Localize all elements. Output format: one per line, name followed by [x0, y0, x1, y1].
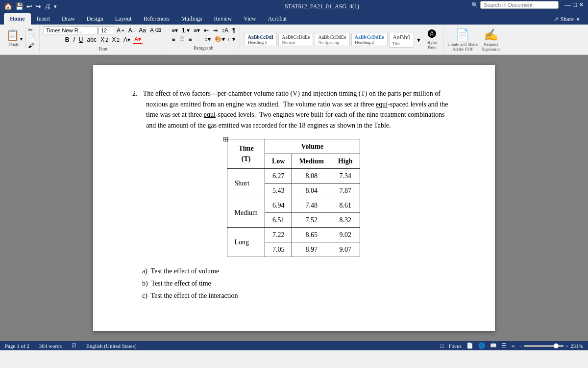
- view-print-icon[interactable]: 📄: [466, 342, 473, 349]
- table-container: ⊞ Time(T) Volume Low Medium High Short: [132, 139, 456, 257]
- close-icon[interactable]: ✕: [579, 1, 584, 9]
- sort-btn[interactable]: ↕A: [220, 26, 230, 34]
- search-input[interactable]: [480, 1, 559, 9]
- tab-mailings[interactable]: Mailings: [175, 13, 208, 25]
- align-left-btn[interactable]: ≡: [171, 35, 177, 43]
- change-case-btn[interactable]: Aа: [137, 26, 147, 34]
- cell-short-med-1: 8.08: [292, 168, 331, 183]
- clear-format-btn[interactable]: A⌫: [148, 26, 163, 34]
- home-icon[interactable]: 🏠: [4, 2, 12, 11]
- paste-dropdown[interactable]: ▾: [20, 36, 23, 42]
- redo-icon[interactable]: ↪: [35, 2, 41, 11]
- underline-btn[interactable]: U: [77, 36, 85, 44]
- status-right: □ Focus 📄 🌐 📖 ☰ ≡ − + 231%: [441, 342, 583, 349]
- numbering-btn[interactable]: 1.▾: [180, 26, 191, 34]
- tab-references[interactable]: References: [138, 13, 175, 25]
- language[interactable]: English (United States): [86, 343, 137, 349]
- paragraph-section: ≡▾ 1.▾ ≡▾ ⇤ ⇥ ↕A ¶ ≡ ☰ ≡ ≣ ↕▾ 🎨▾ □▾ Para…: [167, 26, 241, 53]
- word-count: 304 words: [39, 343, 62, 349]
- para-row1: ≡▾ 1.▾ ≡▾ ⇤ ⇥ ↕A ¶: [170, 26, 237, 34]
- style-title[interactable]: AaBb0 Title: [389, 32, 414, 48]
- tab-home[interactable]: Home: [4, 13, 31, 25]
- copy-icon[interactable]: 📄: [28, 34, 35, 42]
- show-marks-btn[interactable]: ¶: [231, 26, 237, 34]
- decrease-indent-btn[interactable]: ⇤: [202, 26, 210, 34]
- save-icon[interactable]: 💾: [15, 2, 24, 11]
- justify-btn[interactable]: ≣: [195, 35, 202, 43]
- strikethrough-btn[interactable]: abc: [86, 36, 98, 44]
- scissors-icon[interactable]: ✂: [28, 26, 35, 34]
- data-table: Time(T) Volume Low Medium High Short 6.2…: [227, 139, 360, 257]
- zoom-level[interactable]: 231%: [570, 343, 583, 349]
- document-area: 2. The effect of two factors---per-chamb…: [0, 55, 588, 341]
- ribbon-tabs: Home Insert Draw Design Layout Reference…: [0, 13, 588, 25]
- minimize-icon[interactable]: —: [564, 1, 571, 9]
- ribbon: 📋 ▾ Paste ✂ 📄 🖌 A+ A- Aа A⌫ B I: [0, 25, 588, 55]
- status-bar: Page 1 of 2 304 words ☑ English (United …: [0, 341, 588, 350]
- share-icon: ↗: [554, 16, 559, 23]
- align-center-btn[interactable]: ☰: [178, 35, 186, 43]
- tab-review[interactable]: Review: [208, 13, 238, 25]
- line-spacing-btn[interactable]: ↕▾: [203, 35, 212, 43]
- view-read-icon[interactable]: 📖: [490, 342, 497, 349]
- chevron-icon: ∧: [576, 16, 580, 23]
- styles-pane-icon: 🅐: [428, 29, 437, 40]
- borders-btn[interactable]: □▾: [227, 35, 237, 43]
- share-button[interactable]: ↗ Share ∧: [550, 14, 584, 25]
- cell-short-med-2: 8.04: [292, 183, 331, 198]
- style-normal[interactable]: AaBbCcDdEe Normal: [278, 33, 313, 46]
- view-outline-icon[interactable]: ☰: [502, 342, 507, 349]
- paragraph-section-label: Paragraph: [194, 45, 214, 51]
- bold-btn[interactable]: B: [64, 36, 71, 44]
- view-draft-icon[interactable]: ≡: [512, 343, 514, 349]
- create-share-btn[interactable]: 📄 Create and ShareAdobe PDF: [448, 28, 478, 52]
- styles-pane-button[interactable]: 🅐 StylesPane: [424, 28, 441, 51]
- document-page: 2. The effect of two factors---per-chamb…: [93, 65, 495, 331]
- outline-btn[interactable]: ≡▾: [192, 26, 201, 34]
- zoom-control: − + 231%: [519, 343, 583, 349]
- styles-more-btn[interactable]: ▾: [416, 35, 422, 44]
- tab-view[interactable]: View: [238, 13, 262, 25]
- view-web-icon[interactable]: 🌐: [478, 342, 485, 349]
- tab-insert[interactable]: Insert: [31, 13, 56, 25]
- zoom-in-btn[interactable]: +: [565, 343, 568, 349]
- cell-long-high-1: 9.02: [331, 227, 360, 242]
- bullets-btn[interactable]: ≡▾: [170, 26, 179, 34]
- style-heading2[interactable]: AaBbCcDdEe Heading 2: [351, 33, 388, 46]
- tab-layout[interactable]: Layout: [109, 13, 138, 25]
- request-signatures-label: RequestSignatures: [482, 42, 500, 52]
- paste-label[interactable]: Paste: [9, 42, 19, 47]
- undo-icon[interactable]: ↩: [26, 2, 32, 11]
- table-add-icon[interactable]: ⊞: [223, 134, 229, 144]
- maximize-icon[interactable]: □: [573, 1, 577, 9]
- font-shrink-btn[interactable]: A-: [127, 26, 136, 34]
- focus-icon[interactable]: □: [441, 343, 444, 349]
- font-grow-btn[interactable]: A+: [115, 26, 126, 34]
- text-highlight-btn[interactable]: A▾: [122, 36, 132, 44]
- font-color-btn[interactable]: A▾: [133, 35, 143, 44]
- zoom-slider[interactable]: [524, 345, 564, 347]
- cell-short-high-1: 7.34: [331, 168, 360, 183]
- request-signatures-btn[interactable]: ✍ RequestSignatures: [482, 28, 500, 52]
- style-no-spacing[interactable]: AaBbCcDdEe No Spacing: [315, 33, 349, 46]
- tab-design[interactable]: Design: [81, 13, 109, 25]
- print-icon[interactable]: 🖨: [44, 3, 51, 11]
- subscript-btn[interactable]: X2: [99, 36, 110, 44]
- increase-indent-btn[interactable]: ⇥: [211, 26, 219, 34]
- superscript-btn[interactable]: X2: [110, 36, 121, 44]
- font-name-input[interactable]: [44, 26, 98, 34]
- align-right-btn[interactable]: ≡: [187, 35, 194, 43]
- format-painter-icon[interactable]: 🖌: [28, 42, 35, 50]
- font-size-input[interactable]: [98, 26, 114, 34]
- focus-label[interactable]: Focus: [448, 343, 461, 349]
- short-label: Short: [227, 168, 265, 198]
- proofing-icon[interactable]: ☑: [72, 342, 76, 349]
- zoom-out-btn[interactable]: −: [519, 343, 522, 349]
- tab-acrobat[interactable]: Acrobat: [262, 13, 293, 25]
- cell-med-low-2: 6.51: [265, 212, 292, 227]
- tab-draw[interactable]: Draw: [56, 13, 81, 25]
- shading-btn[interactable]: 🎨▾: [213, 35, 226, 43]
- style-heading1[interactable]: AaBbCcDdI Heading 1: [244, 33, 277, 46]
- italic-btn[interactable]: I: [72, 36, 76, 44]
- dropdown-icon[interactable]: ▾: [54, 3, 57, 10]
